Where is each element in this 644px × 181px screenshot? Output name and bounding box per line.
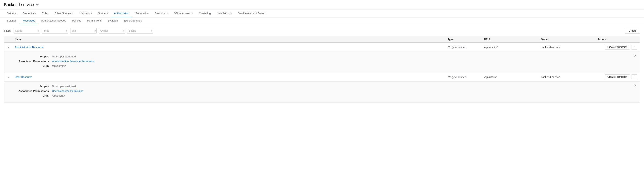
user-resource-detail: ✕ Scopes No scopes assigned. Associated …: [4, 81, 640, 102]
chevron-down-icon: ▾: [8, 46, 9, 48]
owner-filter-input[interactable]: [99, 28, 125, 34]
owner-filter-wrap: ⌕: [99, 28, 125, 34]
admin-uris-value: /api/admin/*: [52, 64, 66, 67]
tab-service-account-roles[interactable]: Service Account Roles ?: [235, 10, 270, 17]
tab-mappers[interactable]: Mappers ?: [76, 10, 95, 17]
col-uris: URIS: [482, 36, 538, 42]
tab-revocation[interactable]: Revocation: [133, 10, 152, 17]
admin-scopes-row: Scopes No scopes assigned.: [16, 55, 636, 58]
tab-sub-export-settings[interactable]: Export Settings: [121, 18, 144, 24]
admin-uris-label: URIS: [16, 64, 49, 67]
user-resource-actions-cell: Create Permission ⋮: [595, 72, 640, 81]
help-icon: ?: [265, 12, 266, 15]
type-filter-input[interactable]: [42, 28, 68, 34]
tab-sub-policies[interactable]: Policies: [69, 18, 84, 24]
filter-bar: Filter: ⌕ ⌕ ⌕ ⌕ ⌕ Create: [4, 28, 640, 34]
user-perms-row: Associated Permissions User Resource Per…: [16, 89, 636, 93]
scope-search-button[interactable]: ⌕: [151, 29, 152, 32]
help-icon: ?: [166, 12, 168, 15]
admin-resource-detail: ✕ Scopes No scopes assigned. Associated …: [4, 52, 640, 72]
uri-search-button[interactable]: ⌕: [94, 29, 96, 32]
tab-settings[interactable]: Settings: [4, 10, 19, 17]
type-filter-wrap: ⌕: [42, 28, 68, 34]
page-header: Backend-service 🗑: [0, 0, 644, 10]
page-title: Backend-service: [4, 3, 34, 7]
tab-sub-permissions[interactable]: Permissions: [84, 18, 104, 24]
admin-kebab-button[interactable]: ⋮: [631, 45, 637, 50]
user-uris-value: /api/users/*: [52, 94, 65, 97]
user-resource-actions: Create Permission ⋮: [598, 74, 637, 79]
tab-clustering[interactable]: Clustering: [196, 10, 214, 17]
primary-nav: Settings Credentials Roles Client Scopes…: [0, 10, 644, 18]
user-resource-uris-cell: /api/users/*: [482, 73, 538, 81]
admin-resource-link[interactable]: Administration Resource: [15, 46, 44, 49]
admin-resource-type-cell: No type defined.: [445, 44, 482, 51]
admin-perms-label: Associated Permissions: [16, 60, 49, 63]
col-toggle: [4, 36, 12, 42]
user-perms-label: Associated Permissions: [16, 89, 49, 93]
tab-offline-access[interactable]: Offline Access ?: [171, 10, 196, 17]
secondary-nav: Settings Resources Authorization Scopes …: [0, 18, 644, 24]
tab-authorization[interactable]: Authorization: [111, 10, 132, 17]
name-search-button[interactable]: ⌕: [38, 29, 39, 32]
admin-resource-row-main: ▾ Administration Resource No type define…: [4, 43, 640, 52]
table-header: Name Type URIS Owner Actions: [4, 36, 640, 43]
name-filter-wrap: ⌕: [14, 28, 40, 34]
admin-create-permission-button[interactable]: Create Permission: [605, 45, 630, 50]
tab-sub-settings[interactable]: Settings: [4, 18, 19, 24]
col-owner: Owner: [538, 36, 595, 42]
admin-resource-uris-cell: /api/admin/*: [482, 44, 538, 51]
create-resource-button[interactable]: Create: [625, 28, 640, 34]
table-row: ▾ User Resource No type defined. /api/us…: [4, 72, 640, 102]
user-detail-close-button[interactable]: ✕: [634, 84, 636, 87]
tab-roles[interactable]: Roles: [39, 10, 52, 17]
resources-table: Name Type URIS Owner Actions ▾ Administr…: [4, 36, 640, 102]
admin-perms-row: Associated Permissions Administration Re…: [16, 60, 636, 63]
tab-sub-evaluate[interactable]: Evaluate: [105, 18, 121, 24]
admin-scopes-value: No scopes assigned.: [52, 55, 76, 58]
tab-sessions[interactable]: Sessions ?: [152, 10, 171, 17]
trash-icon[interactable]: 🗑: [36, 3, 39, 7]
owner-search-button[interactable]: ⌕: [123, 29, 124, 32]
chevron-down-icon: ▾: [8, 76, 9, 78]
name-filter-input[interactable]: [14, 28, 40, 34]
user-create-permission-button[interactable]: Create Permission: [605, 74, 630, 79]
tab-credentials[interactable]: Credentials: [20, 10, 39, 17]
user-uris-label: URIS: [16, 94, 49, 97]
tab-sub-resources[interactable]: Resources: [20, 18, 38, 24]
user-permission-link[interactable]: User Resource Permission: [52, 89, 84, 93]
type-search-button[interactable]: ⌕: [66, 29, 68, 32]
admin-resource-owner-cell: backend-service: [538, 44, 595, 51]
admin-resource-actions-cell: Create Permission ⋮: [595, 43, 640, 52]
uri-filter-wrap: ⌕: [70, 28, 96, 34]
scope-filter-wrap: ⌕: [127, 28, 153, 34]
user-resource-name-cell: User Resource: [12, 73, 445, 81]
user-resource-row-main: ▾ User Resource No type defined. /api/us…: [4, 72, 640, 81]
admin-permission-link[interactable]: Administration Resource Permission: [52, 60, 94, 63]
tab-sub-authorization-scopes[interactable]: Authorization Scopes: [38, 18, 69, 24]
user-scopes-row: Scopes No scopes assigned.: [16, 85, 636, 88]
tab-scope[interactable]: Scope ?: [95, 10, 111, 17]
col-type: Type: [445, 36, 482, 42]
tab-installation[interactable]: Installation ?: [214, 10, 235, 17]
admin-uris-row: URIS /api/admin/*: [16, 64, 636, 67]
help-icon: ?: [72, 12, 73, 15]
admin-detail-close-button[interactable]: ✕: [634, 54, 636, 58]
user-kebab-button[interactable]: ⋮: [631, 74, 637, 79]
user-resource-owner-cell: backend-service: [538, 73, 595, 81]
content-area: Filter: ⌕ ⌕ ⌕ ⌕ ⌕ Create: [0, 24, 644, 106]
table-row: ▾ Administration Resource No type define…: [4, 43, 640, 72]
user-resource-toggle[interactable]: ▾: [4, 74, 12, 80]
help-icon: ?: [231, 12, 232, 15]
uri-filter-input[interactable]: [70, 28, 96, 34]
user-resource-type-cell: No type defined.: [445, 73, 482, 81]
scope-filter-input[interactable]: [127, 28, 153, 34]
col-name: Name: [12, 36, 445, 42]
tab-client-scopes[interactable]: Client Scopes ?: [52, 10, 76, 17]
user-uris-row: URIS /api/users/*: [16, 94, 636, 97]
user-resource-link[interactable]: User Resource: [15, 76, 32, 79]
admin-resource-name-cell: Administration Resource: [12, 44, 445, 51]
filter-label: Filter:: [4, 29, 11, 32]
user-scopes-label: Scopes: [16, 85, 49, 88]
admin-resource-toggle[interactable]: ▾: [4, 44, 12, 50]
